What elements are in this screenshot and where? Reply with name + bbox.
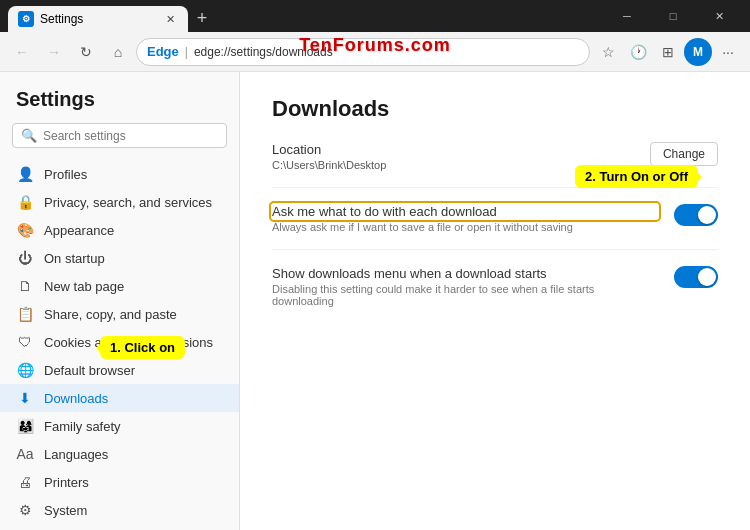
sidebar-label-system: System [44, 503, 87, 518]
change-location-button[interactable]: Change [650, 142, 718, 166]
ask-toggle[interactable] [674, 204, 718, 226]
show-menu-label: Show downloads menu when a download star… [272, 266, 658, 281]
window-controls: ─ □ ✕ [604, 0, 742, 32]
ask-section: Ask me what to do with each download Alw… [272, 204, 718, 250]
ask-sublabel: Always ask me if I want to save a file o… [272, 221, 658, 233]
settings-tab[interactable]: ⚙ Settings ✕ [8, 6, 188, 32]
sidebar-label-profiles: Profiles [44, 167, 87, 182]
address-bar[interactable]: Edge | edge://settings/downloads [136, 38, 590, 66]
sidebar-item-share[interactable]: 📋 Share, copy, and paste [0, 300, 239, 328]
sidebar-label-printers: Printers [44, 475, 89, 490]
tab-close-button[interactable]: ✕ [162, 11, 178, 27]
sidebar-label-family: Family safety [44, 419, 121, 434]
startup-icon: ⏻ [16, 250, 34, 266]
system-icon: ⚙ [16, 502, 34, 518]
search-icon: 🔍 [21, 128, 37, 143]
sidebar-item-reset[interactable]: 🔄 Reset settings [0, 524, 239, 530]
refresh-button[interactable]: ↻ [72, 38, 100, 66]
forward-button[interactable]: → [40, 38, 68, 66]
sidebar-item-browser[interactable]: 🌐 Default browser [0, 356, 239, 384]
browser-icon: 🌐 [16, 362, 34, 378]
ask-toggle-knob [698, 206, 716, 224]
downloads-icon: ⬇ [16, 390, 34, 406]
sidebar-item-newtab[interactable]: 🗋 New tab page [0, 272, 239, 300]
privacy-icon: 🔒 [16, 194, 34, 210]
sidebar-label-downloads: Downloads [44, 391, 108, 406]
sidebar-item-family[interactable]: 👨‍👩‍👧 Family safety [0, 412, 239, 440]
annotation-click-on: 1. Click on [100, 336, 185, 359]
sidebar-item-system[interactable]: ⚙ System [0, 496, 239, 524]
titlebar: ⚙ Settings ✕ + ─ □ ✕ [0, 0, 750, 32]
back-button[interactable]: ← [8, 38, 36, 66]
sidebar: Settings 🔍 👤 Profiles 🔒 Privacy, search,… [0, 72, 240, 530]
newtab-icon: 🗋 [16, 278, 34, 294]
show-menu-info: Show downloads menu when a download star… [272, 266, 658, 307]
location-info: Location C:\Users\Brink\Desktop [272, 142, 386, 171]
history-icon[interactable]: 🕐 [624, 38, 652, 66]
sidebar-item-printers[interactable]: 🖨 Printers [0, 468, 239, 496]
close-button[interactable]: ✕ [696, 0, 742, 32]
sidebar-item-languages[interactable]: Aa Languages [0, 440, 239, 468]
address-separator: | [185, 45, 188, 59]
family-icon: 👨‍👩‍👧 [16, 418, 34, 434]
sidebar-item-downloads[interactable]: ⬇ Downloads [0, 384, 239, 412]
ask-label: Ask me what to do with each download [272, 204, 658, 219]
appearance-icon: 🎨 [16, 222, 34, 238]
sidebar-label-share: Share, copy, and paste [44, 307, 177, 322]
share-icon: 📋 [16, 306, 34, 322]
new-tab-button[interactable]: + [188, 4, 216, 32]
cookies-icon: 🛡 [16, 334, 34, 350]
tab-label: Settings [40, 12, 83, 26]
maximize-button[interactable]: □ [650, 0, 696, 32]
sidebar-item-startup[interactable]: ⏻ On startup [0, 244, 239, 272]
content-area: Downloads Location C:\Users\Brink\Deskto… [240, 72, 750, 530]
location-path: C:\Users\Brink\Desktop [272, 159, 386, 171]
home-button[interactable]: ⌂ [104, 38, 132, 66]
search-input[interactable] [43, 129, 218, 143]
sidebar-label-startup: On startup [44, 251, 105, 266]
show-menu-section: Show downloads menu when a download star… [272, 266, 718, 323]
show-menu-toggle[interactable] [674, 266, 718, 288]
ask-info: Ask me what to do with each download Alw… [272, 204, 658, 233]
sidebar-label-appearance: Appearance [44, 223, 114, 238]
minimize-button[interactable]: ─ [604, 0, 650, 32]
languages-icon: Aa [16, 446, 34, 462]
profiles-icon: 👤 [16, 166, 34, 182]
star-icon[interactable]: ☆ [594, 38, 622, 66]
tab-area: ⚙ Settings ✕ + [8, 0, 600, 32]
ask-row: Ask me what to do with each download Alw… [272, 204, 718, 233]
show-menu-toggle-knob [698, 268, 716, 286]
show-menu-row: Show downloads menu when a download star… [272, 266, 718, 307]
tab-icon: ⚙ [18, 11, 34, 27]
toolbar-actions: ☆ 🕐 ⊞ M ··· [594, 38, 742, 66]
annotation-turn-on-off: 2. Turn On or Off [575, 165, 698, 188]
edge-logo-icon: Edge [147, 44, 179, 59]
sidebar-title: Settings [0, 88, 239, 123]
printers-icon: 🖨 [16, 474, 34, 490]
collections-icon[interactable]: ⊞ [654, 38, 682, 66]
sidebar-label-languages: Languages [44, 447, 108, 462]
sidebar-item-appearance[interactable]: 🎨 Appearance [0, 216, 239, 244]
sidebar-item-privacy[interactable]: 🔒 Privacy, search, and services [0, 188, 239, 216]
main-container: Settings 🔍 👤 Profiles 🔒 Privacy, search,… [0, 72, 750, 530]
sidebar-label-privacy: Privacy, search, and services [44, 195, 212, 210]
sidebar-label-newtab: New tab page [44, 279, 124, 294]
page-title: Downloads [272, 96, 718, 122]
location-label: Location [272, 142, 386, 157]
sidebar-label-browser: Default browser [44, 363, 135, 378]
more-button[interactable]: ··· [714, 38, 742, 66]
url-display: edge://settings/downloads [194, 45, 579, 59]
sidebar-item-profiles[interactable]: 👤 Profiles [0, 160, 239, 188]
search-box[interactable]: 🔍 [12, 123, 227, 148]
profile-button[interactable]: M [684, 38, 712, 66]
show-menu-sublabel: Disabling this setting could make it har… [272, 283, 658, 307]
toolbar: ← → ↻ ⌂ Edge | edge://settings/downloads… [0, 32, 750, 72]
